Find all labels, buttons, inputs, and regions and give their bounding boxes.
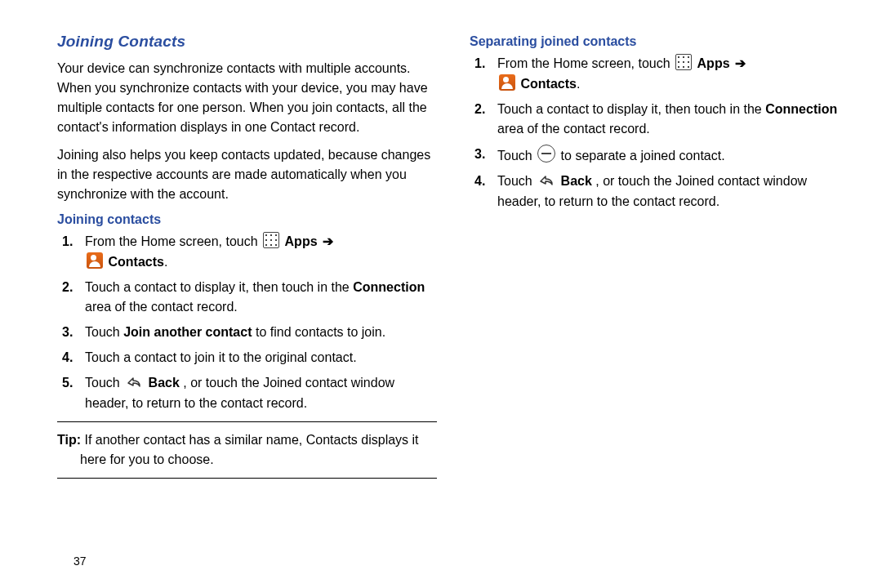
separating-steps-list: From the Home screen, touch Apps ➔ Conta… [470,54,849,212]
contacts-icon [499,74,515,91]
tip-label: Tip: [57,433,81,447]
arrow-icon: ➔ [732,56,746,70]
contacts-label: Contacts [108,255,163,269]
contacts-label: Contacts [520,77,576,91]
apps-icon [675,54,692,70]
tip-text-2: here for you to choose. [57,450,437,470]
intro-paragraph-1: Your device can synchronize contacts wit… [57,59,437,137]
sep-step-2: Touch a contact to display it, then touc… [494,100,849,140]
back-label: Back [149,376,180,390]
separate-icon [537,145,555,163]
sep-step-4-text-a: Touch [497,174,536,188]
step-2-text-b: area of the contact record. [85,300,238,314]
tip-block: Tip: If another contact has a similar na… [57,430,437,470]
back-label: Back [561,174,592,188]
contacts-icon [87,252,103,269]
apps-icon [263,232,279,248]
step-1-text: From the Home screen, touch [85,234,261,248]
step-2-text-a: Touch a contact to display it, then touc… [85,280,353,294]
connection-label: Connection [353,280,425,294]
sep-step-3-text-a: Touch [497,149,536,163]
step-2: Touch a contact to display it, then touc… [82,278,437,318]
page-number: 37 [74,555,87,568]
period: . [577,77,580,91]
apps-label: Apps [285,234,318,248]
sep-step-1: From the Home screen, touch Apps ➔ Conta… [494,54,849,95]
divider-top [57,421,437,422]
subheading-separating: Separating joined contacts [470,34,849,49]
joining-steps-list: From the Home screen, touch Apps ➔ Conta… [57,232,437,413]
manual-page: Joining Contacts Your device can synchro… [0,0,882,495]
sep-step-4: Touch Back , or touch the Joined contact… [494,172,849,212]
subheading-joining: Joining contacts [57,212,437,227]
step-3-text-a: Touch [85,325,123,339]
heading-joining-contacts: Joining Contacts [57,33,437,51]
step-5: Touch Back , or touch the Joined contact… [82,373,437,414]
connection-label: Connection [765,102,837,116]
sep-step-2-text-b: area of the contact record. [497,122,650,136]
join-another-label: Join another contact [123,325,252,339]
step-1: From the Home screen, touch Apps ➔ Conta… [82,232,437,273]
step-5-text-a: Touch [85,376,123,390]
left-column: Joining Contacts Your device can synchro… [57,33,437,487]
back-icon [538,174,555,187]
sep-step-2-text-a: Touch a contact to display it, then touc… [497,102,765,116]
step-4: Touch a contact to join it to the origin… [82,348,437,368]
step-3-text-b: to find contacts to join. [256,325,385,339]
apps-label: Apps [697,56,730,70]
step-3: Touch Join another contact to find conta… [82,323,437,343]
period: . [164,255,167,269]
tip-text-1: If another contact has a similar name, C… [81,433,419,447]
back-icon [126,376,142,389]
sep-step-3-text-b: to separate a joined contact. [561,149,725,163]
sep-step-3: Touch to separate a joined contact. [494,145,849,167]
sep-step-1-text: From the Home screen, touch [497,56,674,70]
intro-paragraph-2: Joining also helps you keep contacts upd… [57,145,437,204]
divider-bottom [57,478,437,479]
arrow-icon: ➔ [319,234,333,248]
right-column: Separating joined contacts From the Home… [470,33,849,487]
